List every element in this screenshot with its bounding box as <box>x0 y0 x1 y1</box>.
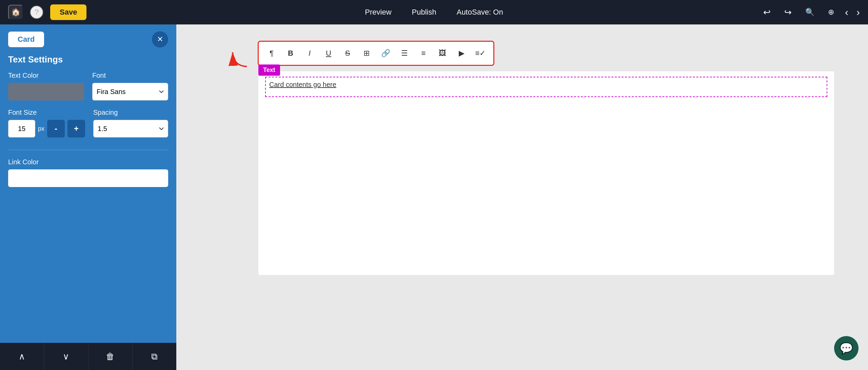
font-select[interactable]: Fira Sans Arial Georgia <box>92 83 168 100</box>
link-icon: 🔗 <box>381 49 390 58</box>
font-size-spacing-row: Font Size px - + Spacing 1.5 1.0 2.0 2.5 <box>8 109 168 137</box>
question-icon: ? <box>35 8 39 17</box>
px-label: px <box>38 125 44 132</box>
close-icon: ✕ <box>157 35 163 44</box>
main-layout: Card ✕ Text Settings Text Color Font Fir… <box>0 24 868 370</box>
font-size-controls: px - + <box>8 120 85 137</box>
card-content-area[interactable]: Card contents go here <box>258 71 834 275</box>
text-badge: Text <box>258 64 280 76</box>
settings-section: Text Color Font Fira Sans Arial Georgia … <box>0 72 176 146</box>
divider <box>8 150 168 150</box>
top-bar-actions: ↩ ↪ 🔍 ⊕ ‹ › <box>761 6 860 19</box>
link-color-section: Link Color <box>0 158 176 187</box>
font-label: Font <box>92 72 168 79</box>
more-icon: ≡✓ <box>475 49 486 58</box>
close-button[interactable]: ✕ <box>152 31 168 48</box>
canvas-area: ¶ B I U S ⊞ 🔗 ☰ ≡ <box>176 24 868 370</box>
link-color-label: Link Color <box>8 158 168 166</box>
italic-icon: I <box>309 49 311 58</box>
move-up-button[interactable]: ∧ <box>0 343 44 370</box>
link-color-swatch[interactable] <box>8 169 168 187</box>
table-button[interactable]: ⊞ <box>358 44 375 62</box>
zoom-in-button[interactable]: ⊕ <box>825 6 837 18</box>
arrow-icon <box>226 42 254 69</box>
card-content-text: Card contents go here <box>269 81 336 89</box>
arrow-annotation <box>226 42 254 71</box>
redo-button[interactable]: ↪ <box>782 6 794 19</box>
font-field: Font Fira Sans Arial Georgia <box>92 72 168 100</box>
video-button[interactable]: ▶ <box>453 44 470 62</box>
move-down-button[interactable]: ∨ <box>44 343 88 370</box>
publish-link[interactable]: Publish <box>412 8 436 17</box>
image-button[interactable]: 🖼 <box>434 44 451 62</box>
table-icon: ⊞ <box>363 49 370 58</box>
list-button[interactable]: ☰ <box>396 44 413 62</box>
chat-bubble-button[interactable]: 💬 <box>834 336 859 360</box>
delete-button[interactable]: 🗑 <box>88 343 133 370</box>
font-size-decrease-button[interactable]: - <box>47 120 65 137</box>
font-size-label: Font Size <box>8 109 85 116</box>
align-icon: ≡ <box>421 49 426 58</box>
underline-button[interactable]: U <box>320 44 337 62</box>
help-button[interactable]: ? <box>30 5 43 19</box>
video-icon: ▶ <box>459 49 465 58</box>
text-color-field: Text Color <box>8 72 84 100</box>
spacing-select[interactable]: 1.5 1.0 2.0 2.5 <box>93 120 168 137</box>
save-button[interactable]: Save <box>50 4 86 20</box>
text-formatting-toolbar: ¶ B I U S ⊞ 🔗 ☰ ≡ <box>258 41 494 66</box>
strikethrough-button[interactable]: S <box>339 44 356 62</box>
align-button[interactable]: ≡ <box>415 44 432 62</box>
preview-link[interactable]: Preview <box>365 8 391 17</box>
undo-button[interactable]: ↩ <box>761 6 773 19</box>
paragraph-icon: ¶ <box>270 49 274 58</box>
font-size-field: Font Size px - + <box>8 109 85 137</box>
spacing-label: Spacing <box>93 109 168 116</box>
top-bar-center: Preview Publish AutoSave: On <box>365 8 503 17</box>
font-size-increase-button[interactable]: + <box>67 120 85 137</box>
more-button[interactable]: ≡✓ <box>472 44 489 62</box>
trash-icon: 🗑 <box>106 351 115 362</box>
card-button[interactable]: Card <box>8 32 44 47</box>
zoom-out-button[interactable]: 🔍 <box>803 6 817 18</box>
paragraph-button[interactable]: ¶ <box>263 44 280 62</box>
panel-header: Card ✕ <box>0 24 176 53</box>
collapse-left-button[interactable]: ‹ <box>845 6 848 18</box>
text-color-label: Text Color <box>8 72 84 79</box>
bold-icon: B <box>288 49 293 58</box>
left-settings-panel: Card ✕ Text Settings Text Color Font Fir… <box>0 24 176 370</box>
image-icon: 🖼 <box>439 49 446 58</box>
italic-button[interactable]: I <box>301 44 318 62</box>
link-button[interactable]: 🔗 <box>377 44 394 62</box>
strikethrough-icon: S <box>345 49 350 58</box>
text-color-font-row: Text Color Font Fira Sans Arial Georgia <box>8 72 168 100</box>
autosave-status: AutoSave: On <box>457 8 503 17</box>
duplicate-button[interactable]: ⧉ <box>133 343 176 370</box>
card-content-editable[interactable]: Card contents go here <box>265 77 827 97</box>
font-size-input[interactable] <box>8 120 35 137</box>
copy-icon: ⧉ <box>151 351 158 362</box>
expand-right-button[interactable]: › <box>856 6 860 18</box>
underline-icon: U <box>326 49 331 58</box>
chat-icon: 💬 <box>840 342 853 355</box>
down-icon: ∨ <box>63 351 69 362</box>
up-icon: ∧ <box>19 351 25 362</box>
list-icon: ☰ <box>401 49 408 58</box>
text-color-swatch[interactable] <box>8 83 84 100</box>
spacing-field: Spacing 1.5 1.0 2.0 2.5 <box>93 109 168 137</box>
top-navigation-bar: 🏠 ? Save Preview Publish AutoSave: On ↩ … <box>0 0 868 24</box>
settings-title: Text Settings <box>0 53 176 72</box>
link-color-field: Link Color <box>8 158 168 187</box>
home-button[interactable]: 🏠 <box>8 5 23 20</box>
bottom-action-bar: ∧ ∨ 🗑 ⧉ <box>0 343 176 370</box>
bold-button[interactable]: B <box>282 44 299 62</box>
